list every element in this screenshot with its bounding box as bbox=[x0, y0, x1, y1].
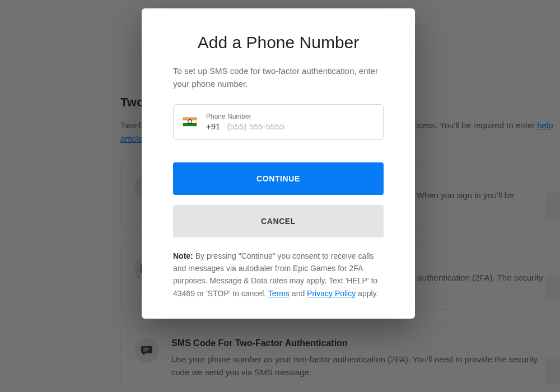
continue-button[interactable]: CONTINUE bbox=[173, 162, 384, 195]
phone-input-group[interactable]: Phone Number +91 bbox=[173, 104, 384, 140]
phone-number-input[interactable] bbox=[227, 122, 339, 131]
note-tail: apply. bbox=[356, 289, 378, 298]
modal-subtitle: To set up SMS code for two-factor authen… bbox=[173, 64, 384, 91]
note-bold: Note: bbox=[173, 251, 193, 260]
cancel-button[interactable]: CANCEL bbox=[173, 205, 384, 237]
india-flag-icon[interactable] bbox=[183, 117, 197, 127]
add-phone-modal: Add a Phone Number To set up SMS code fo… bbox=[142, 8, 415, 319]
consent-note: Note: By pressing "Continue" you consent… bbox=[173, 250, 384, 300]
terms-link[interactable]: Terms bbox=[268, 289, 290, 298]
note-and: and bbox=[290, 289, 307, 298]
dial-code: +91 bbox=[206, 122, 220, 131]
privacy-policy-link[interactable]: Privacy Policy bbox=[307, 289, 356, 298]
phone-field-label: Phone Number bbox=[206, 113, 339, 120]
modal-title: Add a Phone Number bbox=[173, 33, 384, 52]
